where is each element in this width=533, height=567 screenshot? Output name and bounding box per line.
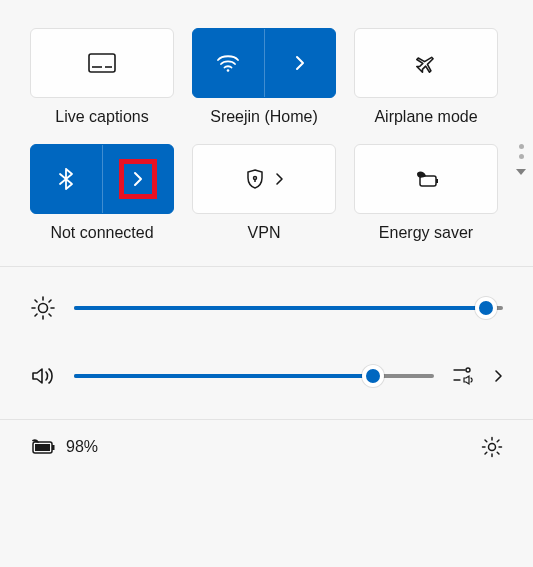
volume-fill — [74, 374, 373, 378]
bluetooth-tile — [30, 144, 174, 214]
chevron-down-icon[interactable] — [515, 168, 527, 176]
chevron-right-icon — [294, 54, 306, 72]
brightness-thumb[interactable] — [475, 297, 497, 319]
wifi-label: Sreejin (Home) — [210, 108, 318, 126]
tile-wrap-bluetooth: Not connected — [30, 144, 174, 242]
volume-slider[interactable] — [74, 374, 434, 378]
audio-output-icon[interactable] — [452, 366, 476, 386]
svg-rect-0 — [89, 54, 115, 72]
svg-rect-23 — [35, 444, 50, 451]
brightness-fill — [74, 306, 486, 310]
gear-icon[interactable] — [481, 436, 503, 458]
live-captions-label: Live captions — [55, 108, 148, 126]
chevron-right-icon[interactable] — [494, 369, 503, 383]
svg-line-16 — [35, 314, 37, 316]
svg-line-15 — [49, 314, 51, 316]
page-dot — [519, 154, 524, 159]
svg-point-24 — [489, 444, 496, 451]
svg-marker-8 — [516, 169, 526, 175]
battery-text: 98% — [66, 438, 98, 456]
live-captions-tile[interactable] — [30, 28, 174, 98]
leaf-battery-icon — [413, 170, 439, 188]
bottom-bar: 98% — [0, 420, 533, 474]
airplane-tile[interactable] — [354, 28, 498, 98]
tile-wrap-vpn: VPN — [192, 144, 336, 242]
volume-row — [30, 365, 503, 387]
chevron-right-icon — [132, 170, 144, 188]
svg-rect-22 — [52, 445, 55, 450]
svg-line-17 — [49, 300, 51, 302]
quick-settings-panel: Live captions — [0, 0, 533, 567]
brightness-row — [30, 295, 503, 321]
tile-wrap-wifi: Sreejin (Home) — [192, 28, 336, 126]
airplane-label: Airplane mode — [374, 108, 477, 126]
energy-label: Energy saver — [379, 224, 473, 242]
bluetooth-expand-button[interactable] — [103, 145, 174, 213]
svg-line-14 — [35, 300, 37, 302]
svg-rect-6 — [420, 176, 436, 186]
brightness-icon — [30, 295, 56, 321]
energy-saver-tile[interactable] — [354, 144, 498, 214]
battery-status[interactable]: 98% — [30, 438, 98, 456]
page-dot — [519, 144, 524, 149]
vpn-tile[interactable] — [192, 144, 336, 214]
tiles-grid: Live captions — [0, 0, 533, 266]
wifi-expand-button[interactable] — [265, 29, 336, 97]
wifi-icon — [216, 53, 240, 73]
svg-point-19 — [466, 368, 470, 372]
svg-rect-7 — [436, 179, 438, 183]
svg-point-9 — [39, 304, 48, 313]
brightness-slider[interactable] — [74, 306, 503, 310]
wifi-toggle[interactable] — [193, 29, 265, 97]
wifi-tile — [192, 28, 336, 98]
chevron-right-icon — [275, 172, 284, 186]
airplane-icon — [414, 52, 438, 74]
bluetooth-toggle[interactable] — [31, 145, 103, 213]
battery-icon — [30, 439, 56, 455]
tile-wrap-live-captions: Live captions — [30, 28, 174, 126]
svg-point-3 — [227, 69, 230, 72]
captions-icon — [88, 53, 116, 73]
tile-wrap-airplane: Airplane mode — [354, 28, 498, 126]
page-indicator — [515, 144, 527, 176]
volume-thumb[interactable] — [362, 365, 384, 387]
bluetooth-icon — [58, 167, 74, 191]
sliders-section — [0, 267, 533, 419]
bluetooth-label: Not connected — [50, 224, 153, 242]
tile-wrap-energy: Energy saver — [354, 144, 498, 242]
vpn-label: VPN — [248, 224, 281, 242]
volume-icon — [30, 365, 56, 387]
svg-point-4 — [253, 177, 256, 180]
shield-lock-icon — [245, 168, 265, 190]
